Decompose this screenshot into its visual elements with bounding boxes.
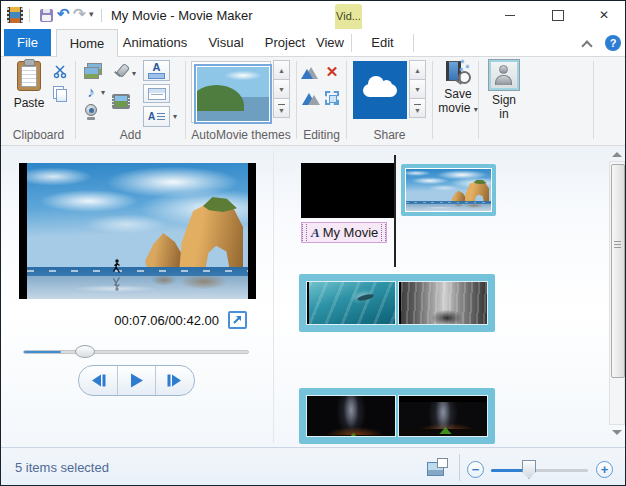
storyboard-clip-beach[interactable] [401,164,496,216]
status-bar: 5 items selected − + [1,447,625,486]
tab-visual-effects[interactable]: Visual Effects [192,29,260,57]
tab-file[interactable]: File [4,29,51,57]
collapse-ribbon-icon[interactable] [582,40,592,48]
playback-controls [78,365,195,396]
sign-in-person-icon [488,59,520,91]
onedrive-cloud-icon [363,84,397,97]
quick-access-dropdown-icon[interactable]: ▾ [89,9,94,19]
statusbar-separator [459,454,460,481]
share-gallery-scroller: ▲ ▼ ▼ [409,61,426,118]
scrollbar-up-icon[interactable] [612,152,622,157]
add-music-dropdown-icon[interactable]: ▾ [101,89,105,97]
playback-time: 00:07.06/00:42.00 [61,313,219,328]
share-onedrive-button[interactable] [353,61,407,119]
add-caption-button[interactable] [143,84,170,103]
playhead-indicator[interactable] [394,155,396,267]
gallery-up-button[interactable]: ▲ [273,60,290,80]
storyboard-clip-night-wide[interactable] [399,396,487,436]
clip-thumbnail [406,169,491,211]
gallery-more-button[interactable]: ▼ [273,98,290,118]
copy-button[interactable] [51,84,69,102]
night-wide-thumbnail [399,396,487,436]
fullscreen-arrow-icon [230,313,245,327]
share-up-button[interactable]: ▲ [409,60,426,80]
webcam-video-button[interactable] [83,103,99,121]
scrollbar-down-icon[interactable] [612,430,622,435]
snapshot-button[interactable] [111,93,131,110]
zoom-slider-thumb[interactable] [522,460,536,479]
tab-project[interactable]: Project [260,29,310,57]
preview-video [27,163,248,299]
tab-edit[interactable]: Edit [352,29,413,57]
save-icon[interactable] [40,9,53,22]
sign-in-button[interactable]: Sign in [485,59,523,129]
seek-thumb[interactable] [75,345,95,358]
delete-x-icon: ✕ [326,64,339,79]
save-movie-button[interactable]: Save movie ▾ [436,59,480,129]
credits-dropdown-icon[interactable]: ▾ [173,113,177,121]
gallery-down-button[interactable]: ▼ [273,79,290,99]
cut-button[interactable] [51,62,69,80]
zoom-slider-fill [491,469,527,472]
previous-frame-button[interactable] [79,366,118,395]
automovie-theme-selected[interactable] [194,64,272,124]
record-narration-button[interactable] [111,63,129,81]
thumbnail-size-button[interactable] [425,457,451,479]
microphone-icon [112,64,128,80]
next-frame-button[interactable] [156,366,194,395]
window-title: My Movie - Movie Maker [111,8,253,23]
title-clip-label[interactable]: A My Movie [301,222,387,243]
title-clip-text: My Movie [323,225,381,240]
add-videos-photos-button[interactable] [83,62,101,78]
storyboard-clip-underwater[interactable] [307,282,395,324]
seek-slider[interactable] [23,344,249,359]
previous-frame-icon [89,374,107,387]
narration-dropdown-icon[interactable]: ▾ [132,70,136,78]
preview-monitor[interactable] [19,163,256,299]
storyboard-title-clip[interactable] [301,163,394,218]
select-all-icon [325,91,339,105]
undo-icon[interactable]: ↶ [57,4,70,24]
drag-handle[interactable] [381,224,386,241]
automovie-themes-gallery[interactable] [191,61,271,123]
tab-animations[interactable]: Animations [118,29,192,57]
play-button[interactable] [118,366,157,395]
cliff-thumbnail [399,282,487,324]
rotate-left-icon [301,64,319,79]
storyboard-clip-night[interactable] [307,396,395,436]
zoom-in-button[interactable]: + [596,461,613,478]
remove-button[interactable]: ✕ [323,63,341,80]
minimize-button[interactable] [493,1,527,29]
redo-icon[interactable]: ↷ [73,4,86,24]
rotate-right-icon [301,90,319,105]
share-down-button[interactable]: ▼ [409,79,426,99]
rotate-left-button[interactable] [300,63,320,80]
main-content: 00:07.06/00:42.00 [1,146,625,447]
tab-view[interactable]: View [310,29,350,57]
help-button[interactable]: ? [605,35,621,51]
group-label-editing: Editing [297,128,346,142]
fullscreen-button[interactable] [228,311,247,329]
paste-label: Paste [14,96,45,110]
contextual-tab-group-header[interactable]: Vid... [335,4,362,29]
app-icon[interactable] [7,7,23,23]
rotate-right-button[interactable] [300,89,320,106]
select-all-button[interactable] [324,90,340,106]
add-music-button[interactable]: ♪ [84,82,98,100]
share-more-button[interactable]: ▼ [409,98,426,118]
storyboard-scrollbar[interactable] [609,161,625,425]
paste-button[interactable]: Paste [9,61,49,125]
maximize-icon [552,10,564,21]
drag-handle[interactable] [302,224,307,241]
scrollbar-thumb[interactable] [611,164,625,378]
add-title-button[interactable]: A [143,60,170,81]
play-icon [130,373,144,388]
close-button[interactable]: ✕ [587,1,621,29]
movie-maker-window: ↶ ↷ ▾ My Movie - Movie Maker Vid... ✕ Fi… [0,0,626,486]
add-credits-button[interactable]: A [143,106,170,127]
tab-home[interactable]: Home [56,29,118,57]
storyboard-clip-cliff[interactable] [399,282,487,324]
title-letter-icon: A [153,62,161,72]
maximize-button[interactable] [541,1,575,29]
zoom-out-button[interactable]: − [467,461,484,478]
